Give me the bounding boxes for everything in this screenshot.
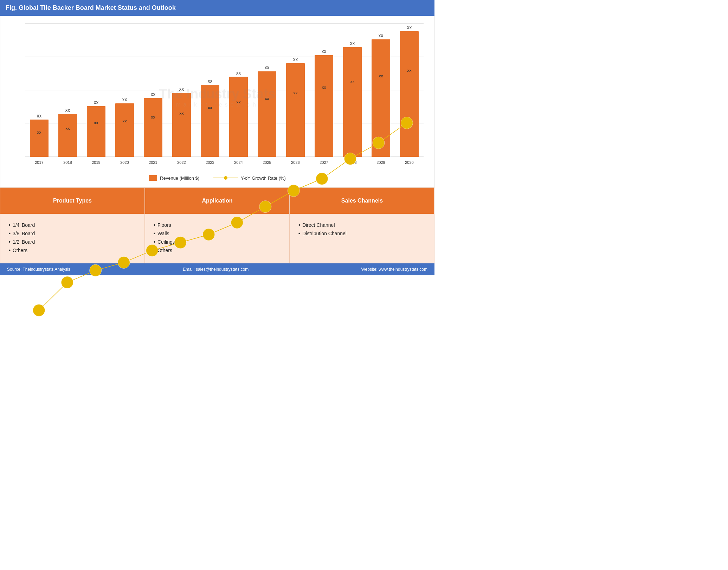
footer: Source: Theindustrystats Analysis Email:… [0,263,434,275]
chart-title: Fig. Global Tile Backer Board Market Sta… [0,0,434,16]
bar-group: XXXX2020 [110,23,139,157]
footer-website: Website: www.theindustrystats.com [361,267,427,272]
bar: XX [144,98,162,157]
legend-growth-label: Y-oY Growth Rate (%) [241,175,286,181]
bar-group: XXXX2028 [338,23,367,157]
bar-group: XXXX2026 [281,23,310,157]
bar-x-label: 2019 [82,160,110,165]
bar-x-label: 2028 [338,160,367,165]
bar-mid-label: XX [172,112,191,115]
bar: XX [172,93,191,157]
bar-x-label: 2025 [253,160,281,165]
svg-point-1 [61,276,73,288]
bar-x-label: 2029 [367,160,395,165]
bar: XX [87,106,105,157]
bar-x-label: 2020 [110,160,139,165]
chart-area: The Industry Stats market research XXXX2… [0,16,434,187]
bar-group: XXXX2022 [167,23,196,157]
bar-group: XXXX2018 [53,23,82,157]
bar-x-label: 2027 [310,160,338,165]
bar-group: XXXX2017 [25,23,53,157]
bar-x-label: 2024 [224,160,253,165]
legend-growth-line [213,176,238,180]
category-list: FloorsWallsCeilingsOthers [154,221,281,255]
bar-x-label: 2021 [139,160,167,165]
category-box: Product Types1/4' Board3/8' Board1/2' Bo… [0,187,145,263]
list-item: Others [154,246,281,255]
bar-mid-label: XX [286,91,305,95]
bar-group: XXXX2025 [253,23,281,157]
legend-line-segment [227,178,238,178]
bar: XX [315,55,333,157]
bar: XX [201,85,219,157]
bar: XX [286,63,305,157]
category-header: Sales Channels [290,188,434,214]
bar-top-label: XX [265,66,269,70]
bar-mid-label: XX [258,97,276,101]
legend-line-dot [224,176,227,180]
bar-group: XXXX2019 [82,23,110,157]
category-list: Direct ChannelDistribution Channel [298,221,426,238]
bar-x-label: 2017 [25,160,53,165]
bar-mid-label: XX [229,101,248,104]
bar: XX [343,47,362,157]
bar-mid-label: XX [87,121,105,125]
bar: XX [400,31,419,157]
list-item: 3/8' Board [9,229,136,238]
list-item: 1/4' Board [9,221,136,229]
bar-top-label: XX [379,34,383,38]
bar-group: XXXX2029 [367,23,395,157]
chart-legend: Revenue (Million $) Y-oY Growth Rate (%) [11,171,424,184]
bar-mid-label: XX [372,75,390,78]
bar-mid-label: XX [30,131,49,134]
bottom-section: Product Types1/4' Board3/8' Board1/2' Bo… [0,187,434,263]
bar-group: XXXX2021 [139,23,167,157]
bar: XX [229,77,248,157]
chart-container: The Industry Stats market research XXXX2… [11,23,424,171]
bar-mid-label: XX [315,86,333,89]
list-item: 1/2' Board [9,238,136,246]
bar-top-label: XX [122,98,127,102]
bar: XX [58,114,77,157]
bar-top-label: XX [151,93,155,97]
bar-group: XXXX2023 [196,23,224,157]
footer-source: Source: Theindustrystats Analysis [7,267,70,272]
bar: XX [258,71,276,157]
bar-top-label: XX [293,58,298,62]
list-item: Walls [154,229,281,238]
bar-top-label: XX [208,79,212,83]
legend-growth: Y-oY Growth Rate (%) [213,175,286,181]
list-item: Ceilings [154,238,281,246]
footer-email: Email: sales@theindustrystats.com [183,267,249,272]
bar-x-label: 2030 [395,160,424,165]
list-item: Floors [154,221,281,229]
category-box: ApplicationFloorsWallsCeilingsOthers [145,187,290,263]
legend-revenue-box [149,175,157,181]
bars-wrapper: XXXX2017XXXX2018XXXX2019XXXX2020XXXX2021… [25,23,424,157]
category-header: Product Types [0,188,144,214]
legend-line-segment [213,178,224,178]
svg-point-0 [33,304,45,316]
bar-mid-label: XX [144,116,162,119]
bar-mid-label: XX [58,127,77,130]
bar-mid-label: XX [343,80,362,84]
list-item: Direct Channel [298,221,426,229]
bar-mid-label: XX [201,106,219,110]
bar-top-label: XX [322,50,326,54]
list-item: Distribution Channel [298,229,426,238]
bar-x-label: 2023 [196,160,224,165]
bar-top-label: XX [37,114,41,118]
bar-top-label: XX [65,109,70,113]
bar-top-label: XX [407,26,412,30]
bar-top-label: XX [236,71,241,75]
category-header: Application [145,188,289,214]
bar: XX [30,120,49,157]
bar-group: XXXX2030 [395,23,424,157]
category-list: 1/4' Board3/8' Board1/2' BoardOthers [9,221,136,255]
bar-top-label: XX [179,88,184,91]
legend-revenue-label: Revenue (Million $) [160,175,199,181]
category-body: FloorsWallsCeilingsOthers [145,214,289,263]
bar: XX [372,39,390,157]
bar-x-label: 2018 [53,160,82,165]
category-box: Sales ChannelsDirect ChannelDistribution… [290,187,434,263]
